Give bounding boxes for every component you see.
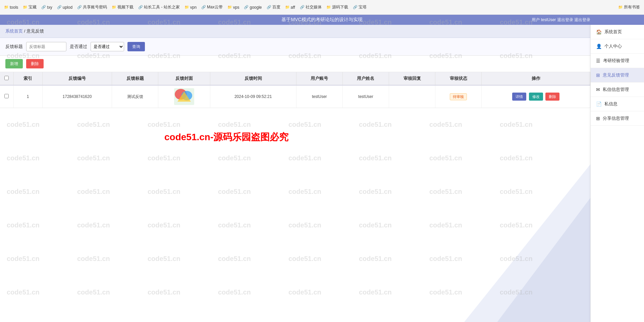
link-icon: 🔗 — [267, 5, 271, 10]
feedback-table: 索引 反馈编号 反馈标题 反馈封面 反馈时间 用户账号 用户姓名 审核回复 审核… — [0, 72, 590, 108]
detail-button[interactable]: 详情 — [512, 93, 526, 101]
sidebar: 🏠 系统首页 👤 个人中心 ☰ 考研经验管理 ⊞ 意见反馈管理 ✉ 私信信息管理… — [590, 25, 644, 322]
link-icon: 🔗 — [41, 5, 46, 10]
breadcrumb-separator: / — [24, 29, 25, 34]
folder-icon: 📁 — [285, 5, 290, 10]
link-icon: 🔗 — [201, 5, 206, 10]
bookmark-video[interactable]: 📁 视频下载 — [110, 4, 135, 11]
row-title: 测试反馈 — [112, 85, 158, 108]
search-topic-input[interactable] — [26, 42, 66, 51]
add-button[interactable]: 新增 — [5, 59, 23, 68]
sidebar-label-message-manage: 私信信息管理 — [603, 87, 629, 93]
mail-icon: ✉ — [596, 87, 600, 92]
edit-button[interactable]: 修改 — [529, 93, 543, 101]
bookmark-social[interactable]: 🔗 社交媒体 — [299, 4, 323, 11]
th-index: 索引 — [13, 72, 42, 85]
row-delete-button[interactable]: 删除 — [545, 93, 559, 101]
folder-icon: 📁 — [227, 5, 232, 10]
bookmarks-bar: 📁 tools 📁 宝藏 🔗 txy 🔗 uplod 🔗 共享账号密码 📁 视频… — [0, 0, 644, 15]
bookmark-aff[interactable]: 📁 aff — [284, 4, 297, 10]
row-account: testUser — [296, 85, 342, 108]
breadcrumb-home[interactable]: 系统首页 — [5, 29, 23, 34]
row-checkbox[interactable] — [4, 94, 9, 98]
folder-icon: 📁 — [618, 5, 623, 10]
select-all-checkbox[interactable] — [4, 76, 9, 80]
sidebar-item-message-manage[interactable]: ✉ 私信信息管理 — [591, 83, 644, 97]
bookmark-vpn[interactable]: 📁 vpn — [183, 4, 198, 10]
grid-icon: ⊞ — [596, 72, 600, 78]
bookmark-uplod[interactable]: 🔗 uplod — [56, 4, 74, 10]
link-icon: 🔗 — [138, 5, 143, 10]
bookmark-baota[interactable]: 🔗 宝塔 — [352, 4, 368, 11]
search-pass-label: 是否通过 — [70, 44, 87, 50]
bookmark-google[interactable]: 🔗 google — [243, 4, 263, 10]
feedback-table-container: 索引 反馈编号 反馈标题 反馈封面 反馈时间 用户账号 用户姓名 审核回复 审核… — [0, 72, 590, 108]
bookmark-txy[interactable]: 🔗 txy — [40, 4, 53, 10]
bookmark-all[interactable]: 📁 所有书签 — [617, 4, 641, 11]
row-checkbox-cell — [0, 85, 13, 108]
home-icon: 🏠 — [596, 29, 602, 35]
th-ops: 操作 — [482, 72, 590, 85]
delete-button[interactable]: 删除 — [26, 59, 44, 68]
page-header: 基于MVC模式的考研论坛的设计与实现 用户 testUser 退出登录 退出登录 — [0, 15, 644, 25]
th-cover: 反馈封面 — [158, 72, 210, 85]
person-icon: 👤 — [596, 44, 602, 49]
sidebar-item-profile[interactable]: 👤 个人中心 — [591, 39, 644, 54]
doc-icon: 📄 — [596, 101, 602, 107]
sidebar-label-share: 分享信息管理 — [603, 115, 629, 121]
folder-icon: 📁 — [23, 5, 28, 10]
sidebar-label-experience: 考研经验管理 — [603, 58, 629, 64]
bookmark-max[interactable]: 🔗 Max云带 — [200, 4, 224, 11]
sidebar-item-share[interactable]: ⊞ 分享信息管理 — [591, 111, 644, 126]
user-info: 用户 testUser 退出登录 退出登录 — [532, 17, 590, 23]
sidebar-item-experience[interactable]: ☰ 考研经验管理 — [591, 54, 644, 68]
sidebar-item-home[interactable]: 🏠 系统首页 — [591, 25, 644, 39]
row-ops: 详情 修改 删除 — [482, 85, 590, 108]
sidebar-label-home: 系统首页 — [604, 29, 622, 35]
folder-icon: 📁 — [326, 5, 331, 10]
menu-icon: ☰ — [596, 58, 600, 63]
row-index: 1 — [13, 85, 42, 108]
th-reply: 审核回复 — [389, 72, 435, 85]
table-row: 1 1728438741620 测试反馈 — [0, 85, 590, 108]
th-time: 反馈时间 — [210, 72, 296, 85]
breadcrumb: 系统首页 / 意见反馈 — [0, 25, 590, 38]
th-name: 用户姓名 — [342, 72, 389, 85]
th-status: 审核状态 — [435, 72, 482, 85]
sidebar-item-feedback[interactable]: ⊞ 意见反馈管理 — [591, 68, 644, 83]
bookmark-baidu[interactable]: 🔗 百度 — [265, 4, 282, 11]
folder-icon: 📁 — [4, 5, 9, 10]
grid2-icon: ⊞ — [596, 116, 600, 121]
feedback-thumbnail — [174, 88, 194, 105]
action-bar: 新增 删除 — [0, 56, 590, 72]
bookmark-shared-account[interactable]: 🔗 共享账号密码 — [76, 4, 108, 11]
search-topic-label: 反馈标题 — [5, 44, 23, 50]
th-id: 反馈编号 — [42, 72, 112, 85]
sidebar-label-profile: 个人中心 — [604, 43, 622, 49]
row-status: 待审核 — [435, 85, 482, 108]
sidebar-label-message: 私信息 — [604, 101, 618, 107]
row-time: 2024-10-09 09:52:21 — [210, 85, 296, 108]
table-header-row: 索引 反馈编号 反馈标题 反馈封面 反馈时间 用户账号 用户姓名 审核回复 审核… — [0, 72, 590, 85]
bookmark-source[interactable]: 📁 源码下载 — [325, 4, 350, 11]
sidebar-label-feedback: 意见反馈管理 — [603, 72, 629, 78]
folder-icon: 📁 — [184, 5, 189, 10]
bookmark-tools[interactable]: 📁 tools — [3, 4, 19, 10]
bookmark-vps[interactable]: 📁 vps — [226, 4, 241, 10]
link-icon: 🔗 — [57, 5, 62, 10]
bookmark-webmaster[interactable]: 🔗 站长工具 - 站长之家 — [137, 4, 181, 11]
breadcrumb-current: 意见反馈 — [26, 29, 44, 34]
row-id: 1728438741620 — [42, 85, 112, 108]
row-reply — [389, 85, 435, 108]
search-button[interactable]: 查询 — [127, 42, 145, 51]
link-icon: 🔗 — [244, 5, 249, 10]
sidebar-item-message[interactable]: 📄 私信息 — [591, 97, 644, 111]
search-pass-select[interactable]: 是否通过 是 否 — [91, 42, 124, 51]
folder-icon: 📁 — [112, 5, 116, 10]
link-icon: 🔗 — [77, 5, 82, 10]
bookmark-baozang[interactable]: 📁 宝藏 — [21, 4, 38, 11]
row-cover — [158, 85, 210, 108]
search-bar: 反馈标题 是否通过 是否通过 是 否 查询 — [0, 38, 590, 56]
row-username: testUser — [342, 85, 389, 108]
link-icon: 🔗 — [300, 5, 305, 10]
